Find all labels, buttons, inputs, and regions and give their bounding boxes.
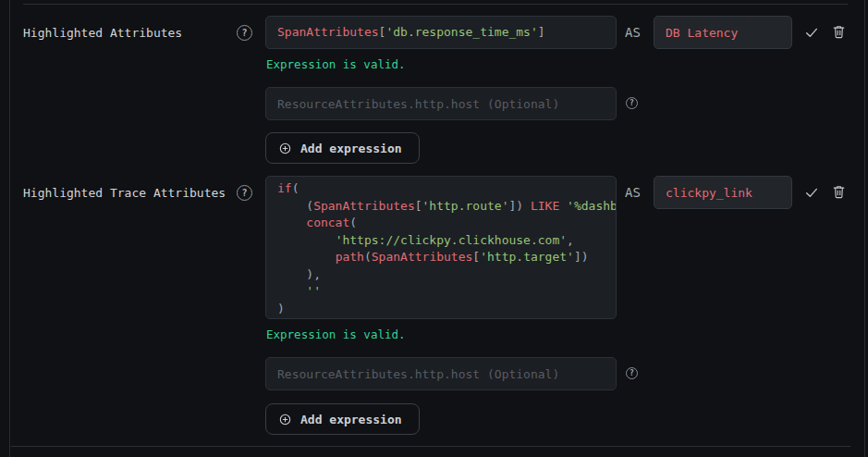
highlighted-attributes-row: Highlighted Attributes ? SpanAttributes[… — [0, 16, 868, 168]
attributes-settings-panel: Highlighted Attributes ? SpanAttributes[… — [0, 0, 868, 457]
optional-expression-input[interactable] — [265, 357, 617, 390]
validation-message: Expression is valid. — [266, 327, 406, 341]
trash-icon — [831, 183, 847, 203]
help-icon[interactable]: ? — [237, 185, 252, 201]
field-label: Highlighted Trace Attributes — [23, 186, 226, 200]
confirm-expression-button[interactable] — [803, 25, 820, 42]
add-expression-label: Add expression — [300, 142, 402, 155]
trash-icon — [831, 23, 847, 43]
bottom-divider — [11, 446, 850, 447]
help-icon[interactable]: ? — [237, 25, 252, 41]
field-label: Highlighted Attributes — [23, 26, 182, 40]
add-expression-button[interactable]: Add expression — [265, 403, 420, 435]
alias-input[interactable] — [654, 176, 792, 209]
plus-circle-icon — [278, 142, 292, 155]
delete-expression-button[interactable] — [830, 23, 848, 42]
validation-message: Expression is valid. — [266, 57, 406, 71]
add-expression-label: Add expression — [300, 413, 402, 426]
confirm-expression-button[interactable] — [803, 185, 820, 202]
highlighted-trace-attributes-row: Highlighted Trace Attributes ? if( (Span… — [0, 176, 868, 439]
help-icon[interactable]: ? — [626, 367, 638, 379]
expression-editor[interactable]: if( (SpanAttributes['http.route']) LIKE … — [265, 176, 617, 319]
help-icon[interactable]: ? — [626, 97, 638, 109]
as-label: AS — [625, 25, 641, 40]
check-icon — [804, 25, 819, 43]
alias-input[interactable] — [654, 16, 792, 49]
check-icon — [804, 185, 819, 203]
optional-expression-input[interactable] — [265, 87, 617, 120]
as-label: AS — [625, 185, 641, 200]
expression-editor[interactable]: SpanAttributes['db.response_time_ms'] — [265, 16, 617, 49]
top-divider — [23, 4, 848, 5]
delete-expression-button[interactable] — [830, 183, 848, 202]
add-expression-button[interactable]: Add expression — [265, 132, 420, 164]
plus-circle-icon — [278, 413, 292, 426]
